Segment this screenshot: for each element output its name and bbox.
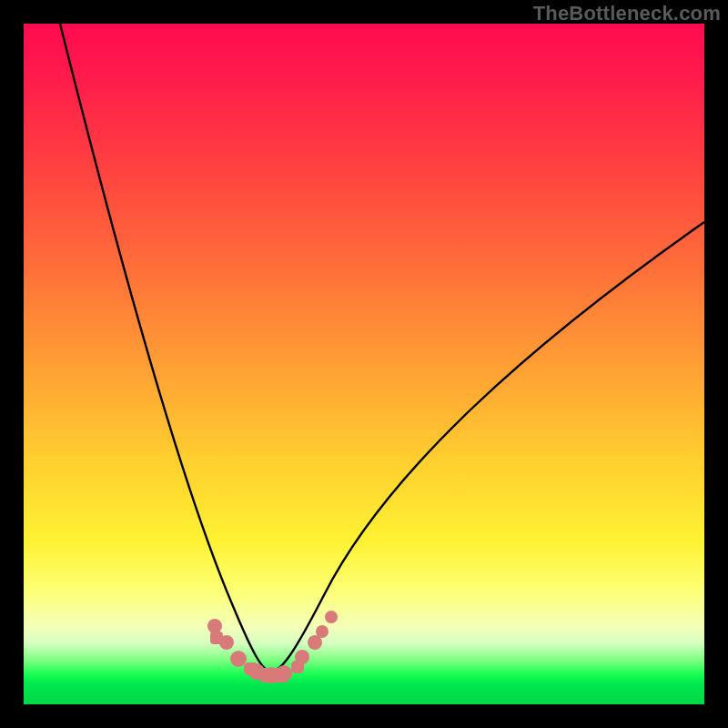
trough-markers [207, 611, 338, 683]
svg-point-2 [219, 635, 234, 650]
svg-point-12 [316, 625, 329, 638]
v-curve-path [60, 24, 704, 672]
plot-area [24, 24, 704, 704]
svg-point-3 [230, 651, 247, 667]
bottleneck-curve [24, 24, 704, 704]
svg-point-13 [325, 611, 338, 623]
svg-point-0 [207, 619, 222, 633]
svg-point-8 [276, 665, 292, 682]
watermark-text: TheBottleneck.com [533, 2, 721, 25]
svg-point-10 [295, 650, 309, 664]
chart-frame: TheBottleneck.com [0, 0, 728, 728]
